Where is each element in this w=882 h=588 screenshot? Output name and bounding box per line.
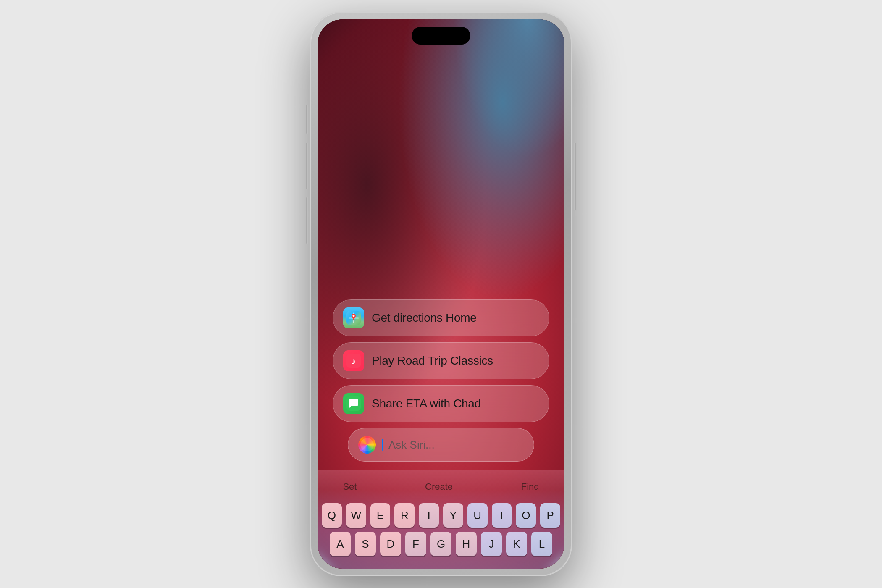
- siri-logo-icon: [358, 436, 376, 454]
- key-d[interactable]: D: [380, 532, 401, 556]
- svg-point-2: [353, 315, 355, 317]
- siri-area: Get directions Home ♪ Play Road Trip Cla…: [318, 19, 564, 569]
- keyboard-shortcuts-row: Set Create Find: [322, 476, 560, 499]
- shortcut-find[interactable]: Find: [513, 481, 548, 492]
- key-a[interactable]: A: [330, 532, 351, 556]
- keyboard-row-1: Q W E R T Y U I O P: [322, 503, 560, 528]
- svg-text:♪: ♪: [352, 356, 356, 366]
- key-r[interactable]: R: [394, 503, 415, 528]
- key-f[interactable]: F: [405, 532, 426, 556]
- key-o[interactable]: O: [516, 503, 536, 528]
- power-button[interactable]: [574, 143, 576, 210]
- shortcut-create[interactable]: Create: [417, 481, 461, 492]
- key-t[interactable]: T: [419, 503, 439, 528]
- keyboard-row-2: A S D F G H J K L: [322, 532, 560, 556]
- volume-down-button[interactable]: [306, 197, 308, 244]
- suggestion-directions-text: Get directions Home: [372, 311, 477, 325]
- key-g[interactable]: G: [430, 532, 452, 556]
- messages-app-icon: [343, 393, 364, 414]
- key-y[interactable]: Y: [443, 503, 463, 528]
- key-w[interactable]: W: [346, 503, 366, 528]
- key-h[interactable]: H: [456, 532, 477, 556]
- volume-up-button[interactable]: [306, 143, 308, 189]
- key-u[interactable]: U: [467, 503, 488, 528]
- shortcut-divider-1: [391, 481, 391, 493]
- key-s[interactable]: S: [355, 532, 376, 556]
- siri-cursor: [382, 439, 383, 451]
- suggestion-directions[interactable]: Get directions Home: [333, 299, 549, 336]
- keyboard: Set Create Find Q W E R T Y U I O: [318, 470, 564, 569]
- suggestions-container: Get directions Home ♪ Play Road Trip Cla…: [318, 299, 564, 470]
- suggestion-messages[interactable]: Share ETA with Chad: [333, 385, 549, 422]
- keyboard-bottom-spacing: [322, 560, 560, 569]
- shortcut-divider-2: [487, 481, 487, 493]
- suggestion-music[interactable]: ♪ Play Road Trip Classics: [333, 342, 549, 379]
- suggestion-music-text: Play Road Trip Classics: [372, 354, 493, 368]
- phone-frame: Get directions Home ♪ Play Road Trip Cla…: [311, 13, 571, 575]
- key-j[interactable]: J: [481, 532, 502, 556]
- key-e[interactable]: E: [370, 503, 391, 528]
- key-l[interactable]: L: [531, 532, 552, 556]
- key-q[interactable]: Q: [322, 503, 342, 528]
- mute-button[interactable]: [306, 105, 308, 134]
- key-p[interactable]: P: [540, 503, 560, 528]
- music-app-icon: ♪: [343, 350, 364, 371]
- dynamic-island: [412, 27, 470, 45]
- shortcut-set[interactable]: Set: [334, 481, 365, 492]
- siri-placeholder-text: Ask Siri...: [388, 438, 435, 452]
- key-i[interactable]: I: [492, 503, 512, 528]
- suggestion-messages-text: Share ETA with Chad: [372, 397, 481, 410]
- maps-app-icon: [343, 307, 364, 328]
- phone-screen: Get directions Home ♪ Play Road Trip Cla…: [318, 19, 564, 569]
- key-k[interactable]: K: [506, 532, 527, 556]
- siri-input-bar[interactable]: Ask Siri...: [348, 428, 534, 462]
